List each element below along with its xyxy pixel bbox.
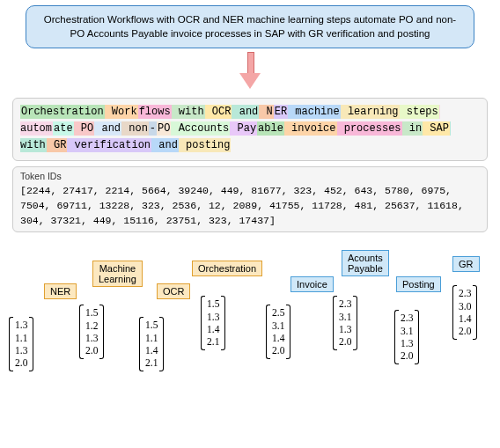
token: able (257, 121, 284, 136)
token: GR (47, 138, 68, 152)
token: Pay (230, 121, 257, 136)
token: and (151, 138, 179, 152)
vector-7: 2.33.11.32.0 (394, 310, 419, 364)
token-ids-values: [2244, 27417, 2214, 5664, 39240, 449, 81… (20, 183, 480, 229)
token: steps (400, 105, 439, 119)
token: ate (53, 121, 74, 136)
tokenized-text: Orchestration Workflows with OCR and NER… (12, 98, 488, 161)
vector-1: 1.31.11.32.0 (9, 317, 33, 371)
token: flows (138, 105, 172, 119)
token: Work (105, 105, 138, 119)
vector-5: 2.53.11.42.0 (266, 305, 290, 359)
label-ocr: OCR (157, 283, 190, 299)
token-ids-box: Token IDs [2244, 27417, 2214, 5664, 3924… (12, 166, 488, 233)
token: verification (67, 138, 151, 152)
token: posting (179, 138, 232, 152)
label-ap: Acounts Payable (342, 250, 389, 276)
vector-6: 2.33.11.32.0 (333, 296, 357, 350)
token: - (149, 121, 157, 136)
label-posting: Posting (396, 276, 441, 292)
vector-3: 1.51.11.42.1 (139, 317, 164, 371)
label-orchestration: Orchestration (192, 261, 262, 276)
token: processes (337, 121, 402, 136)
token: learning (341, 105, 400, 119)
label-invoice: Invoice (290, 276, 334, 292)
token: and (94, 121, 121, 136)
arrow-down-icon (239, 52, 261, 94)
header-box: Orchestration Workflows with OCR and NER… (26, 5, 474, 48)
token: non (121, 121, 149, 136)
vector-2: 1.51.21.32.0 (79, 305, 104, 359)
token: PO (74, 121, 95, 136)
token: Orchestration (20, 105, 105, 119)
token: in (402, 121, 423, 136)
label-ml: Machine Learning (92, 261, 143, 287)
label-gr: GR (452, 256, 480, 272)
token: OCR (205, 105, 232, 119)
token-ids-title: Token IDs (20, 171, 480, 181)
token: N (259, 105, 273, 119)
token: and (232, 105, 259, 119)
vector-4: 1.51.31.42.1 (201, 296, 225, 350)
token: machine (288, 105, 341, 119)
vector-8: 2.33.01.42.0 (452, 285, 477, 340)
header-text: Orchestration Workflows with OCR and NER… (44, 14, 456, 39)
token: Accounts (171, 121, 230, 136)
token: with (172, 105, 205, 119)
token: invoice (284, 121, 337, 136)
label-ner: NER (44, 283, 77, 299)
token: ER (274, 105, 288, 119)
token: SAP (423, 121, 450, 136)
embedding-area: NER Machine Learning OCR Orchestration I… (0, 241, 493, 391)
token: PO (157, 121, 171, 136)
